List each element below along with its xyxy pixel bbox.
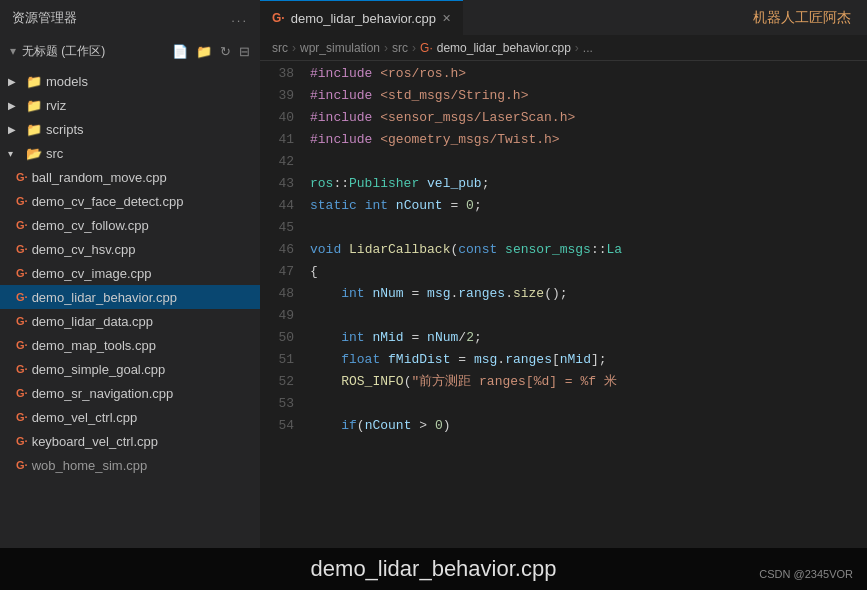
file-cv-image[interactable]: G· demo_cv_image.cpp	[0, 261, 260, 285]
code-content[interactable]: #include <ros/ros.h> #include <std_msgs/…	[302, 61, 867, 548]
file-simple-goal[interactable]: G· demo_simple_goal.cpp	[0, 357, 260, 381]
collapse-icon[interactable]: ⊟	[239, 44, 250, 59]
workspace-label: ▾	[10, 44, 16, 58]
file-lidar-data[interactable]: G· demo_lidar_data.cpp	[0, 309, 260, 333]
filename-5: demo_cv_image.cpp	[32, 266, 152, 281]
code-line-53	[310, 393, 867, 415]
code-area[interactable]: 38 39 40 41 42 43 44 45 46 47 48 49 50 5…	[260, 61, 867, 548]
breadcrumb-filename: demo_lidar_behavior.cpp	[437, 41, 571, 55]
file-cv-hsv[interactable]: G· demo_cv_hsv.cpp	[0, 237, 260, 261]
models-arrow-icon: ▶	[8, 76, 22, 87]
tab-bar: G· demo_lidar_behavior.cpp ✕	[260, 0, 753, 35]
breadcrumb-src2: src	[392, 41, 408, 55]
workspace-title[interactable]: 无标题 (工作区)	[22, 43, 105, 60]
refresh-icon[interactable]: ↻	[220, 44, 231, 59]
filename-bottom-bar: demo_lidar_behavior.cpp	[0, 548, 867, 590]
code-line-40: #include <sensor_msgs/LaserScan.h>	[310, 107, 867, 129]
active-tab[interactable]: G· demo_lidar_behavior.cpp ✕	[260, 0, 463, 35]
file-icon-10: G·	[16, 387, 28, 399]
filename-7: demo_lidar_data.cpp	[32, 314, 153, 329]
watermark-text: 机器人工匠阿杰	[753, 9, 867, 27]
file-cv-follow[interactable]: G· demo_cv_follow.cpp	[0, 213, 260, 237]
filename-9: demo_simple_goal.cpp	[32, 362, 166, 377]
breadcrumb-src: src	[272, 41, 288, 55]
sidebar-icons: 📄 📁 ↻ ⊟	[172, 44, 250, 59]
sidebar-item-src[interactable]: ▾ 📂 src	[0, 141, 260, 165]
src-label: src	[46, 146, 63, 161]
file-icon-7: G·	[16, 315, 28, 327]
breadcrumb-more: ...	[583, 41, 593, 55]
code-line-43: ros::Publisher vel_pub;	[310, 173, 867, 195]
explorer-label: 资源管理器	[12, 9, 77, 27]
sep1: ›	[292, 41, 296, 55]
tab-filename: demo_lidar_behavior.cpp	[291, 11, 436, 26]
file-lidar-behavior[interactable]: G· demo_lidar_behavior.cpp	[0, 285, 260, 309]
sidebar-item-rviz[interactable]: ▶ 📁 rviz	[0, 93, 260, 117]
sidebar: ▾ 无标题 (工作区) 📄 📁 ↻ ⊟ ▶ 📁 models ▶	[0, 35, 260, 548]
code-line-51: float fMidDist = msg.ranges[nMid];	[310, 349, 867, 371]
code-line-54: if(nCount > 0)	[310, 415, 867, 437]
src-arrow-icon: ▾	[8, 148, 22, 159]
file-icon-4: G·	[16, 243, 28, 255]
explorer-dots[interactable]: ...	[231, 10, 248, 25]
code-line-52: ROS_INFO("前方测距 ranges[%d] = %f 米	[310, 371, 867, 393]
models-folder-icon: 📁	[26, 74, 42, 89]
filename-2: demo_cv_face_detect.cpp	[32, 194, 184, 209]
main-layout: ▾ 无标题 (工作区) 📄 📁 ↻ ⊟ ▶ 📁 models ▶	[0, 35, 867, 548]
sidebar-item-scripts[interactable]: ▶ 📁 scripts	[0, 117, 260, 141]
file-icon-6: G·	[16, 291, 28, 303]
scripts-folder-icon: 📁	[26, 122, 42, 137]
rviz-arrow-icon: ▶	[8, 100, 22, 111]
line-numbers: 38 39 40 41 42 43 44 45 46 47 48 49 50 5…	[260, 61, 302, 548]
code-line-38: #include <ros/ros.h>	[310, 63, 867, 85]
tab-file-icon: G·	[272, 11, 285, 25]
code-line-42	[310, 151, 867, 173]
src-folder-icon: 📂	[26, 146, 42, 161]
filename-6: demo_lidar_behavior.cpp	[32, 290, 177, 305]
filename-10: demo_sr_navigation.cpp	[32, 386, 174, 401]
breadcrumb-wpr: wpr_simulation	[300, 41, 380, 55]
file-wob-home[interactable]: G· wob_home_sim.cpp	[0, 453, 260, 477]
explorer-header: 资源管理器 ...	[0, 9, 260, 27]
new-file-icon[interactable]: 📄	[172, 44, 188, 59]
code-line-47: {	[310, 261, 867, 283]
code-line-39: #include <std_msgs/String.h>	[310, 85, 867, 107]
file-icon-8: G·	[16, 339, 28, 351]
scripts-arrow-icon: ▶	[8, 124, 22, 135]
scripts-label: scripts	[46, 122, 84, 137]
file-map-tools[interactable]: G· demo_map_tools.cpp	[0, 333, 260, 357]
models-label: models	[46, 74, 88, 89]
rviz-label: rviz	[46, 98, 66, 113]
code-line-50: int nMid = nNum/2;	[310, 327, 867, 349]
bottom-filename: demo_lidar_behavior.cpp	[311, 556, 557, 582]
code-line-44: static int nCount = 0;	[310, 195, 867, 217]
filename-1: ball_random_move.cpp	[32, 170, 167, 185]
file-icon-9: G·	[16, 363, 28, 375]
file-icon-2: G·	[16, 195, 28, 207]
file-icon-1: G·	[16, 171, 28, 183]
code-line-46: void LidarCallback(const sensor_msgs::La	[310, 239, 867, 261]
filename-13: wob_home_sim.cpp	[32, 458, 148, 473]
file-icon-3: G·	[16, 219, 28, 231]
filename-8: demo_map_tools.cpp	[32, 338, 156, 353]
tab-close-icon[interactable]: ✕	[442, 12, 451, 25]
file-icon-13: G·	[16, 459, 28, 471]
filename-3: demo_cv_follow.cpp	[32, 218, 149, 233]
file-keyboard-vel[interactable]: G· keyboard_vel_ctrl.cpp	[0, 429, 260, 453]
sidebar-header: ▾ 无标题 (工作区) 📄 📁 ↻ ⊟	[0, 35, 260, 67]
sep3: ›	[412, 41, 416, 55]
breadcrumb-file-icon: G·	[420, 41, 433, 55]
file-ball-random[interactable]: G· ball_random_move.cpp	[0, 165, 260, 189]
code-line-41: #include <geometry_msgs/Twist.h>	[310, 129, 867, 151]
rviz-folder-icon: 📁	[26, 98, 42, 113]
file-icon-12: G·	[16, 435, 28, 447]
filename-4: demo_cv_hsv.cpp	[32, 242, 136, 257]
sidebar-item-models[interactable]: ▶ 📁 models	[0, 69, 260, 93]
breadcrumb: src › wpr_simulation › src › G· demo_lid…	[260, 35, 867, 61]
code-line-45	[310, 217, 867, 239]
file-sr-navigation[interactable]: G· demo_sr_navigation.cpp	[0, 381, 260, 405]
csdn-watermark: CSDN @2345VOR	[759, 568, 853, 580]
file-vel-ctrl[interactable]: G· demo_vel_ctrl.cpp	[0, 405, 260, 429]
file-cv-face[interactable]: G· demo_cv_face_detect.cpp	[0, 189, 260, 213]
new-folder-icon[interactable]: 📁	[196, 44, 212, 59]
